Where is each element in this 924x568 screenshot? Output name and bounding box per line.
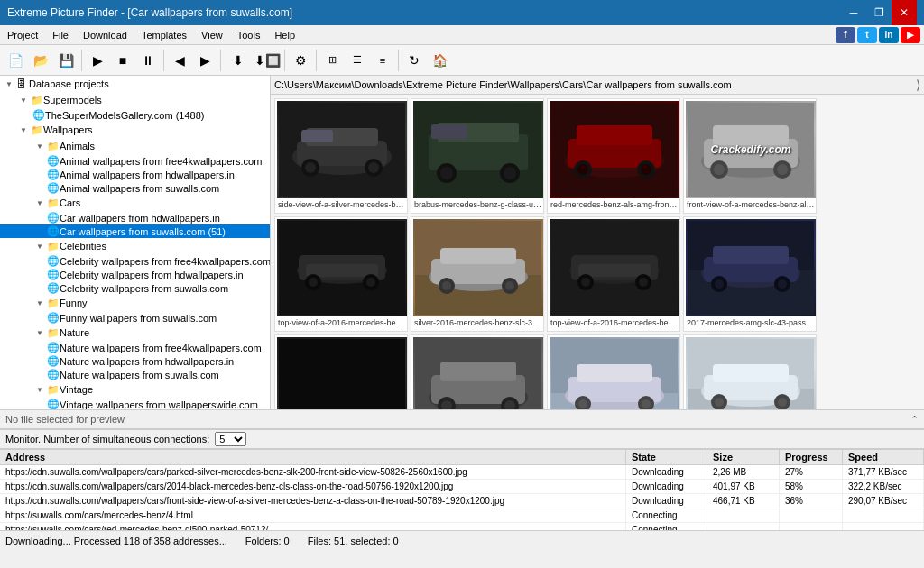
connections-select[interactable]: 5 1 2 3 4 10 [215, 432, 246, 446]
dl-state-3: Downloading [626, 494, 707, 508]
menu-templates[interactable]: Templates [134, 25, 194, 44]
tree-item-supermodelsgallery[interactable]: 🌐 TheSuperModelsGallery.com (1488) [0, 108, 270, 122]
settings-button[interactable]: ⚙ [289, 49, 312, 72]
menu-tools[interactable]: Tools [230, 25, 268, 44]
vintage-label: Vintage [60, 384, 93, 395]
toggle-animals[interactable] [32, 139, 47, 153]
toggle-nature[interactable] [32, 325, 47, 340]
home-button[interactable]: 🏠 [428, 49, 451, 72]
thumb-item-4[interactable]: Crackedify.com front-view-of-a-mercedes-… [683, 98, 817, 214]
funny-label: Funny [60, 298, 88, 308]
car-su-label: Car wallpapers from suwalls.com (51) [60, 226, 226, 237]
tree-item-animal-hd[interactable]: 🌐 Animal wallpapers from hdwallpapers.in [0, 168, 270, 181]
tree-item-database-projects[interactable]: 🗄 Database projects [0, 76, 270, 92]
tree-item-vintage-wp[interactable]: 🌐 Vintage wallpapers from wallpaperswide… [0, 398, 270, 409]
tree-item-funny[interactable]: 📁 Funny [0, 295, 270, 311]
svg-point-32 [777, 164, 788, 175]
toggle-funny[interactable] [32, 296, 47, 310]
download-row-1[interactable]: https://cdn.suwalls.com/wallpapers/cars/… [0, 465, 924, 480]
thumb-item-11[interactable] [547, 334, 680, 409]
svg-point-22 [578, 164, 588, 175]
download-row-3[interactable]: https://cdn.suwalls.com/wallpapers/cars/… [0, 494, 924, 508]
tree-item-nature-4k[interactable]: 🌐 Nature wallpapers from free4kwallpaper… [0, 341, 270, 354]
svg-rect-71 [440, 362, 516, 381]
tree-item-celeb-su[interactable]: 🌐 Celebrity wallpapers from suwalls.com [0, 281, 270, 295]
open-button[interactable]: 📂 [29, 49, 52, 72]
toggle-supermodels[interactable] [16, 93, 31, 107]
thumb-item-3[interactable]: red-mercedes-benz-als-amg-front-side-... [547, 98, 680, 214]
tree-item-supermodels[interactable]: 📁 Supermodels [0, 92, 270, 108]
toggle-wallpapers[interactable] [16, 123, 31, 137]
tree-item-celeb-hd[interactable]: 🌐 Celebrity wallpapers from hdwallpapers… [0, 268, 270, 281]
back-button[interactable]: ◀ [168, 49, 191, 72]
thumbnails-container[interactable]: side-view-of-a-silver-mercedes-benz-... … [271, 95, 924, 409]
tree-item-wallpapers[interactable]: 📁 Wallpapers [0, 122, 270, 138]
thumb-item-6[interactable]: silver-2016-mercedes-benz-slc-300-o-... [411, 216, 544, 332]
tree-item-funny-su[interactable]: 🌐 Funny wallpapers from suwalls.com [0, 311, 270, 325]
view-thumbnails-button[interactable]: ⊞ [320, 49, 344, 72]
tree-item-animals[interactable]: 📁 Animals [0, 138, 270, 154]
download-row-2[interactable]: https://cdn.suwalls.com/wallpapers/cars/… [0, 480, 924, 494]
toggle-celebrities[interactable] [32, 239, 47, 253]
stop-button[interactable]: ■ [111, 49, 134, 72]
dl-address-3: https://cdn.suwalls.com/wallpapers/cars/… [0, 494, 626, 508]
twitter-icon[interactable]: t [857, 27, 877, 43]
menu-project[interactable]: Project [0, 25, 45, 44]
thumb-item-8[interactable]: 2017-mercedes-amg-slc-43-passing-b-... [683, 216, 817, 332]
download-all-button[interactable]: ⬇ [225, 49, 252, 72]
forward-button[interactable]: ▶ [193, 49, 217, 72]
menu-file[interactable]: File [45, 25, 76, 44]
thumb-label-2: brabus-mercedes-benz-g-class-under-... [413, 198, 543, 211]
download-selected-button[interactable]: ⬇🔲 [254, 49, 281, 72]
new-project-button[interactable]: 📄 [4, 49, 27, 72]
start-button[interactable]: ▶ [86, 49, 109, 72]
thumb-item-7[interactable]: top-view-of-a-2016-mercedes-benz-slc-... [547, 216, 680, 332]
menu-view[interactable]: View [194, 25, 230, 44]
thumb-item-2[interactable]: brabus-mercedes-benz-g-class-under-... [411, 98, 544, 214]
thumb-item-9[interactable] [274, 334, 408, 409]
download-row-5[interactable]: https://suwalls.com/cars/red-mercedes-be… [0, 523, 924, 530]
refresh-button[interactable]: ↻ [402, 49, 426, 72]
menu-help[interactable]: Help [267, 25, 302, 44]
youtube-icon[interactable]: ▶ [901, 27, 920, 43]
col-speed: Speed [843, 450, 924, 464]
preview-expand-icon[interactable]: ⌃ [910, 414, 919, 426]
pause-button[interactable]: ⏸ [136, 49, 160, 72]
tree-item-animal-su[interactable]: 🌐 Animal wallpapers from suwalls.com [0, 181, 270, 195]
toggle-vintage[interactable] [32, 382, 47, 397]
menu-download[interactable]: Download [76, 25, 134, 44]
site-animal-su-icon: 🌐 [47, 182, 60, 194]
monitor-bar: Monitor. Number of simultaneous connecti… [0, 429, 924, 449]
toggle-database[interactable] [2, 77, 16, 91]
tree-item-car-su[interactable]: 🌐 Car wallpapers from suwalls.com (51) [0, 224, 270, 238]
download-row-4[interactable]: https://suwalls.com/cars/mercedes-benz/4… [0, 508, 924, 523]
linkedin-icon[interactable]: in [879, 27, 899, 43]
tree-item-celeb-4k[interactable]: 🌐 Celebrity wallpapers from free4kwallpa… [0, 254, 270, 268]
thumb-item-10[interactable] [411, 334, 544, 409]
tree-item-vintage[interactable]: 📁 Vintage [0, 381, 270, 398]
dl-speed-4 [843, 508, 924, 522]
thumb-item-5[interactable]: top-view-of-a-2016-mercedes-benz-slc-... [274, 216, 408, 332]
facebook-icon[interactable]: f [836, 27, 855, 43]
site-celeb-su-icon: 🌐 [47, 282, 60, 294]
thumb-item-1[interactable]: side-view-of-a-silver-mercedes-benz-... [274, 98, 408, 214]
site-icon: 🌐 [32, 109, 45, 121]
site-animal-4k-icon: 🌐 [47, 155, 60, 167]
tree-item-nature-su[interactable]: 🌐 Nature wallpapers from suwalls.com [0, 368, 270, 381]
thumb-item-12[interactable] [683, 334, 817, 409]
tree-item-nature[interactable]: 📁 Nature [0, 325, 270, 341]
tree-item-cars[interactable]: 📁 Cars [0, 195, 270, 211]
view-details-button[interactable]: ≡ [371, 49, 394, 72]
tree-item-animal-4k[interactable]: 🌐 Animal wallpapers from free4kwallpaper… [0, 154, 270, 168]
tree-item-nature-hd[interactable]: 🌐 Nature wallpapers from hdwallpapers.in [0, 354, 270, 368]
view-list-button[interactable]: ☰ [346, 49, 369, 72]
tree-item-car-hd[interactable]: 🌐 Car wallpapers from hdwallpapers.in [0, 211, 270, 224]
svg-point-91 [715, 398, 724, 407]
monitor-label: Monitor. Number of simultaneous connecti… [5, 434, 209, 444]
close-button[interactable]: ✕ [892, 0, 917, 25]
save-button[interactable]: 💾 [54, 49, 78, 72]
tree-item-celebrities[interactable]: 📁 Celebrities [0, 238, 270, 254]
minimize-button[interactable]: ─ [841, 0, 866, 25]
toggle-cars[interactable] [32, 196, 47, 210]
restore-button[interactable]: ❐ [866, 0, 892, 25]
